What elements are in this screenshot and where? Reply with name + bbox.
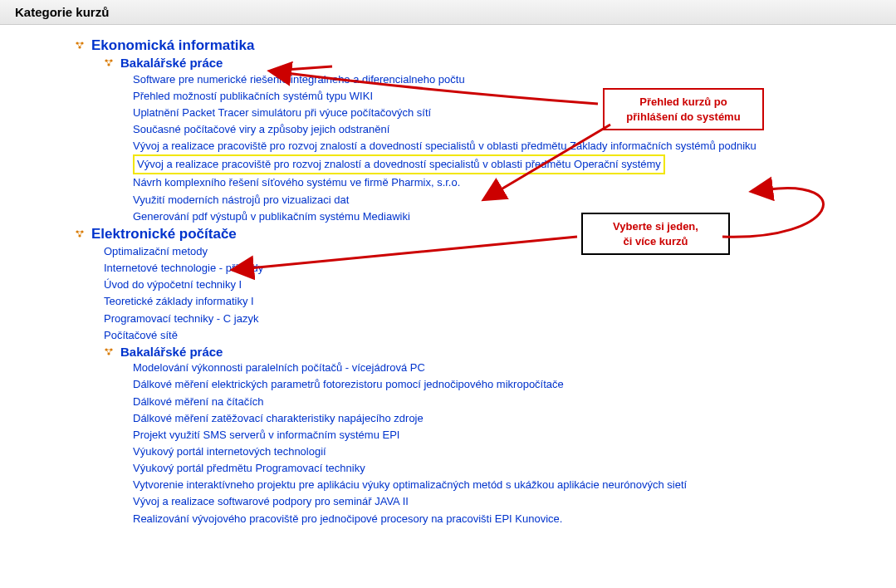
callout-text: Přehled kurzů po (639, 96, 727, 108)
course-link[interactable]: Projekt využití SMS serverů v informační… (133, 427, 399, 443)
course-link[interactable]: Výukový portál internetových technologií (133, 443, 326, 460)
category-bakalarske-prace-1[interactable]: Bakalářské práce (120, 55, 223, 71)
course-link[interactable]: Návrh komplexního řešení síťového systém… (133, 174, 460, 191)
highlighted-course: Vývoj a realizace pracoviště pro rozvoj … (133, 154, 665, 174)
annotation-callout-login: Přehled kurzů po přihlášení do systému (603, 88, 764, 130)
category-ekonomicka-informatika[interactable]: Ekonomická informatika (91, 37, 255, 55)
category-icon (104, 58, 115, 68)
callout-text: přihlášení do systému (626, 110, 740, 123)
category-icon (75, 229, 86, 239)
course-link[interactable]: Modelování výkonnosti paralelních počíta… (133, 360, 425, 376)
course-link[interactable]: Současné počítačové viry a způsoby jejic… (133, 121, 389, 138)
course-link[interactable]: Dálkové měření na čítačích (133, 394, 264, 410)
callout-text: Vyberte si jeden, (613, 220, 698, 233)
page-title: Kategorie kurzů (0, 0, 896, 25)
course-link[interactable]: Vývoj a realizace pracoviště pro rozvoj … (133, 138, 756, 154)
annotation-callout-select: Vyberte si jeden, či více kurzů (581, 213, 730, 255)
category-bakalarske-prace-2[interactable]: Bakalářské práce (120, 344, 223, 360)
course-link[interactable]: Dálkové měření zatěžovací charakteristik… (133, 410, 424, 427)
course-link[interactable]: Vytvorenie interaktívneho projektu pre a… (133, 477, 687, 493)
course-link[interactable]: Vývoj a realizace softwarové podpory pro… (133, 493, 409, 510)
course-link[interactable]: Realizování vývojového pracoviště pro je… (133, 511, 562, 527)
course-link[interactable]: Internetové technologie - příklady (104, 260, 263, 277)
course-link[interactable]: Generování pdf výstupů v publikačním sys… (133, 208, 410, 225)
course-link[interactable]: Optimalizační metody (104, 243, 208, 260)
course-link[interactable]: Využití moderních nástrojů pro vizualiza… (133, 192, 349, 208)
category-icon (75, 41, 86, 51)
course-link[interactable]: Dálkové měření elektrických parametrů fo… (133, 376, 564, 393)
course-link[interactable]: Software pre numerické riešenie integral… (133, 71, 465, 88)
course-link[interactable]: Počítačové sítě (104, 327, 178, 344)
course-link[interactable]: Teoretické základy informatiky I (104, 293, 254, 310)
course-link[interactable]: Výukový portál předmětu Programovací tec… (133, 460, 365, 477)
callout-text: či více kurzů (623, 235, 688, 247)
course-link[interactable]: Uplatnění Packet Tracer simulátoru při v… (133, 105, 431, 121)
category-icon (104, 347, 115, 357)
course-link[interactable]: Úvod do výpočetní techniky I (104, 277, 242, 293)
course-link[interactable]: Vývoj a realizace pracoviště pro rozvoj … (137, 156, 661, 173)
course-link[interactable]: Přehled možností publikačních systémů ty… (133, 88, 373, 105)
category-elektronicke-pocitace[interactable]: Elektronické počítače (91, 225, 237, 243)
course-link[interactable]: Programovací techniky - C jazyk (104, 311, 258, 327)
